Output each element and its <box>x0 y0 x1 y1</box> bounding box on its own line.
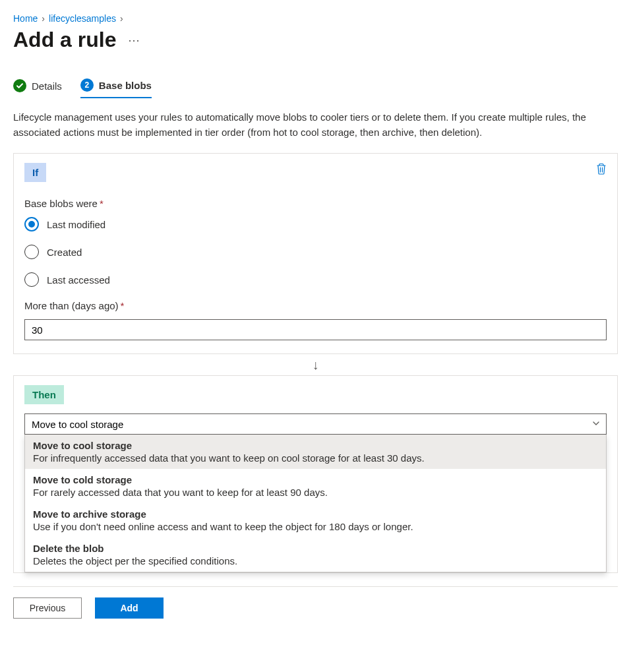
divider <box>13 586 618 587</box>
radio-created[interactable]: Created <box>24 245 607 259</box>
radio-label: Last accessed <box>47 274 110 286</box>
breadcrumb-home[interactable]: Home <box>13 13 38 24</box>
base-blobs-radio-group: Last modified Created Last accessed <box>24 217 607 287</box>
check-icon <box>13 79 26 92</box>
step-number-icon: 2 <box>80 78 94 92</box>
base-blobs-were-label: Base blobs were* <box>24 198 607 209</box>
option-delete-blob[interactable]: Delete the blob Deletes the object per t… <box>25 537 606 572</box>
more-than-days-label: More than (days ago)* <box>24 300 607 311</box>
radio-label: Created <box>47 247 82 258</box>
option-title: Move to archive storage <box>33 508 598 520</box>
previous-button[interactable]: Previous <box>13 597 82 619</box>
option-title: Delete the blob <box>33 543 598 554</box>
breadcrumb: Home › lifecyclesamples › <box>13 13 618 24</box>
option-move-to-archive[interactable]: Move to archive storage Use if you don't… <box>25 503 606 537</box>
tab-label: Details <box>32 80 62 92</box>
tab-details[interactable]: Details <box>13 78 62 98</box>
delete-icon[interactable] <box>596 163 607 175</box>
add-button[interactable]: Add <box>95 597 164 619</box>
radio-icon <box>24 217 39 231</box>
action-dropdown: Move to cool storage For infrequently ac… <box>24 435 607 572</box>
option-desc: For rarely accessed data that you want t… <box>33 487 598 498</box>
radio-icon <box>24 272 39 287</box>
if-tag: If <box>24 163 46 182</box>
chevron-right-icon: › <box>42 13 45 24</box>
option-desc: For infrequently accessed data that you … <box>33 452 598 464</box>
step-tabs: Details 2 Base blobs <box>13 78 618 98</box>
option-move-to-cold[interactable]: Move to cold storage For rarely accessed… <box>25 469 606 503</box>
radio-icon <box>24 245 39 259</box>
option-desc: Deletes the object per the specified con… <box>33 555 598 566</box>
radio-last-modified[interactable]: Last modified <box>24 217 607 231</box>
more-actions-button[interactable]: ⋯ <box>128 33 140 47</box>
page-title: Add a rule <box>13 28 116 52</box>
radio-label: Last modified <box>47 219 105 230</box>
tab-base-blobs[interactable]: 2 Base blobs <box>80 78 152 98</box>
footer-buttons: Previous Add <box>13 597 618 619</box>
then-card: Then Move to cool storage For infrequent… <box>13 375 618 573</box>
action-select[interactable] <box>24 413 607 435</box>
page-description: Lifecycle management uses your rules to … <box>13 110 618 140</box>
if-card: If Base blobs were* Last modified Create… <box>13 153 618 354</box>
option-title: Move to cold storage <box>33 474 598 485</box>
days-input[interactable] <box>24 319 607 340</box>
radio-last-accessed[interactable]: Last accessed <box>24 272 607 287</box>
breadcrumb-lifecyclesamples[interactable]: lifecyclesamples <box>49 13 116 24</box>
option-move-to-cool[interactable]: Move to cool storage For infrequently ac… <box>25 435 606 469</box>
option-title: Move to cool storage <box>33 440 598 451</box>
title-row: Add a rule ⋯ <box>13 28 618 52</box>
option-desc: Use if you don't need online access and … <box>33 521 598 532</box>
chevron-right-icon: › <box>120 13 123 24</box>
arrow-down-icon: ↓ <box>13 354 618 375</box>
then-tag: Then <box>24 385 64 404</box>
tab-label: Base blobs <box>99 80 152 91</box>
